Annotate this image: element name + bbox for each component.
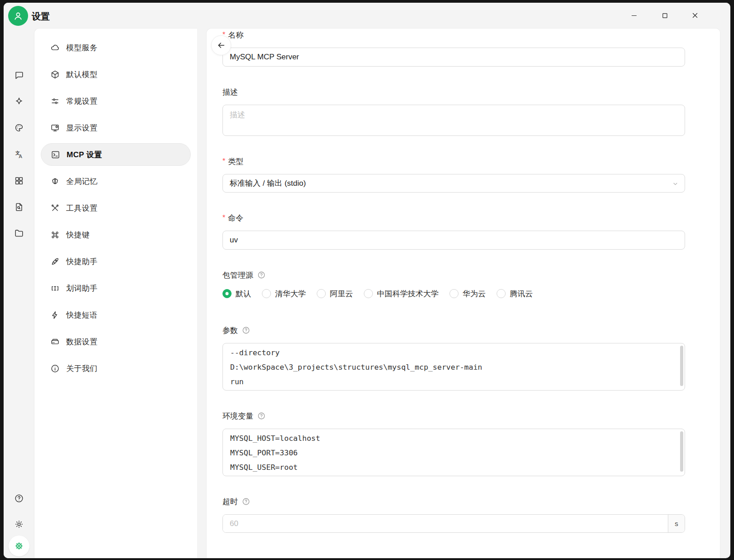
- radio-label: 清华大学: [275, 289, 306, 299]
- terminal-icon: [51, 150, 60, 159]
- sidebar-item-label: 数据设置: [66, 337, 97, 347]
- settings-sidebar: 模型服务默认模型常规设置显示设置MCP 设置全局记忆工具设置快捷键快捷助手划词助…: [34, 28, 197, 558]
- radio-icon[interactable]: [364, 289, 373, 298]
- settings-gear-icon[interactable]: [9, 536, 29, 556]
- display-icon: [50, 123, 60, 133]
- env-label: 环境变量: [222, 410, 685, 421]
- registry-option-默认[interactable]: 默认: [222, 289, 251, 299]
- back-button[interactable]: [211, 35, 231, 55]
- zap-icon: [50, 310, 60, 320]
- required-asterisk: *: [222, 214, 225, 222]
- sidebar-item-MCP-设置[interactable]: MCP 设置: [41, 143, 191, 166]
- sidebar-item-label: 常规设置: [66, 96, 97, 106]
- timeout-unit: s: [668, 515, 685, 532]
- palette-icon[interactable]: [11, 120, 27, 136]
- env-textarea[interactable]: MYSQL_HOST=localhost MYSQL_PORT=3306 MYS…: [222, 429, 685, 476]
- app-avatar[interactable]: [8, 6, 28, 26]
- timeout-label: 超时: [222, 496, 685, 507]
- sidebar-item-模型服务[interactable]: 模型服务: [41, 36, 191, 59]
- registry-option-华为云[interactable]: 华为云: [449, 289, 486, 299]
- rocket-icon: [50, 257, 60, 266]
- minimize-button[interactable]: [623, 7, 644, 24]
- command-input[interactable]: [222, 231, 685, 250]
- sidebar-item-划词助手[interactable]: 划词助手: [41, 277, 191, 299]
- radio-label: 华为云: [463, 289, 486, 299]
- grid-icon[interactable]: [11, 173, 27, 189]
- sliders-icon: [50, 97, 60, 106]
- close-button[interactable]: [685, 7, 705, 24]
- folder-icon[interactable]: [11, 225, 27, 241]
- type-select-value: 标准输入 / 输出 (stdio): [230, 178, 306, 188]
- sidebar-item-快捷键[interactable]: 快捷键: [41, 223, 191, 246]
- question-circle-icon[interactable]: [257, 412, 266, 420]
- radio-icon[interactable]: [317, 289, 326, 298]
- text-select-icon: [50, 284, 60, 293]
- command-label: * 命令: [222, 212, 685, 223]
- registry-label: 包管理源: [222, 270, 685, 280]
- args-scrollbar[interactable]: [680, 346, 683, 386]
- radio-icon[interactable]: [222, 289, 232, 298]
- field-type: * 类型 标准输入 / 输出 (stdio): [222, 156, 685, 193]
- env-scrollbar[interactable]: [680, 431, 683, 472]
- sidebar-item-label: 模型服务: [66, 43, 97, 53]
- sidebar-item-常规设置[interactable]: 常规设置: [41, 90, 191, 112]
- radio-label: 默认: [236, 289, 251, 299]
- brightness-icon[interactable]: [11, 516, 27, 532]
- sidebar-item-快捷短语[interactable]: 快捷短语: [41, 304, 191, 326]
- tools-icon: [50, 203, 60, 213]
- window-title: 设置: [32, 10, 50, 23]
- translate-icon[interactable]: 文A: [11, 146, 27, 163]
- timeout-input[interactable]: [223, 515, 668, 532]
- cloud-icon: [50, 43, 60, 53]
- registry-option-腾讯云[interactable]: 腾讯云: [497, 289, 533, 299]
- description-textarea[interactable]: 描述: [222, 105, 685, 136]
- file-search-icon[interactable]: [11, 199, 27, 215]
- sidebar-item-快捷助手[interactable]: 快捷助手: [41, 250, 191, 273]
- sidebar-item-label: 工具设置: [66, 203, 97, 213]
- question-circle-icon[interactable]: [242, 326, 250, 334]
- sidebar-item-全局记忆[interactable]: 全局记忆: [41, 170, 191, 193]
- mcp-server-form: * 名称 描述 描述 * 类型 标准输入 / 输出 (stdio): [207, 29, 720, 558]
- type-select[interactable]: 标准输入 / 输出 (stdio): [222, 174, 685, 193]
- help-icon[interactable]: [11, 490, 27, 507]
- settings-window: 设置 文A 模型服务默认模型常规设置显示设置MCP 设置全局记忆工具设置快捷键快…: [4, 3, 730, 558]
- chat-icon[interactable]: [11, 67, 27, 83]
- maximize-button[interactable]: [654, 7, 675, 24]
- chevron-down-icon: [672, 180, 679, 189]
- registry-option-中国科学技术大学[interactable]: 中国科学技术大学: [364, 289, 439, 299]
- sidebar-item-label: 全局记忆: [66, 176, 97, 187]
- question-circle-icon[interactable]: [242, 497, 250, 506]
- radio-icon[interactable]: [262, 289, 271, 298]
- titlebar: 设置: [4, 3, 730, 28]
- sidebar-item-工具设置[interactable]: 工具设置: [41, 197, 191, 219]
- question-circle-icon[interactable]: [257, 271, 266, 279]
- package-icon: [50, 70, 60, 79]
- args-textarea[interactable]: --directory D:\workSpace\3_projects\stru…: [222, 343, 685, 391]
- field-args: 参数 --directory D:\workSpace\3_projects\s…: [222, 325, 685, 391]
- field-registry: 包管理源 默认清华大学阿里云中国科学技术大学华为云腾讯云: [222, 270, 685, 299]
- field-name: * 名称: [222, 29, 685, 67]
- description-label: 描述: [222, 87, 685, 97]
- radio-label: 腾讯云: [510, 289, 533, 299]
- sidebar-item-label: 划词助手: [66, 283, 97, 294]
- sidebar-item-数据设置[interactable]: 数据设置: [41, 330, 191, 353]
- radio-icon[interactable]: [449, 289, 459, 298]
- registry-radio-group: 默认清华大学阿里云中国科学技术大学华为云腾讯云: [222, 288, 685, 299]
- registry-option-阿里云[interactable]: 阿里云: [317, 289, 353, 299]
- radio-icon[interactable]: [497, 289, 506, 298]
- name-input[interactable]: [222, 48, 685, 67]
- sidebar-item-默认模型[interactable]: 默认模型: [41, 63, 191, 86]
- sparkles-icon[interactable]: [11, 93, 27, 110]
- field-env: 环境变量 MYSQL_HOST=localhost MYSQL_PORT=330…: [222, 410, 685, 476]
- harddrive-icon: [50, 337, 60, 347]
- type-label: * 类型: [222, 156, 685, 167]
- sidebar-item-label: MCP 设置: [67, 150, 102, 160]
- registry-option-清华大学[interactable]: 清华大学: [262, 289, 306, 299]
- command-icon: [50, 230, 60, 240]
- sidebar-item-显示设置[interactable]: 显示设置: [41, 116, 191, 139]
- sidebar-item-关于我们[interactable]: 关于我们: [41, 357, 191, 380]
- sidebar-item-label: 快捷助手: [66, 256, 97, 267]
- sidebar-item-label: 快捷短语: [66, 310, 97, 320]
- sidebar-list: 模型服务默认模型常规设置显示设置MCP 设置全局记忆工具设置快捷键快捷助手划词助…: [34, 29, 197, 391]
- field-command: * 命令: [222, 212, 685, 250]
